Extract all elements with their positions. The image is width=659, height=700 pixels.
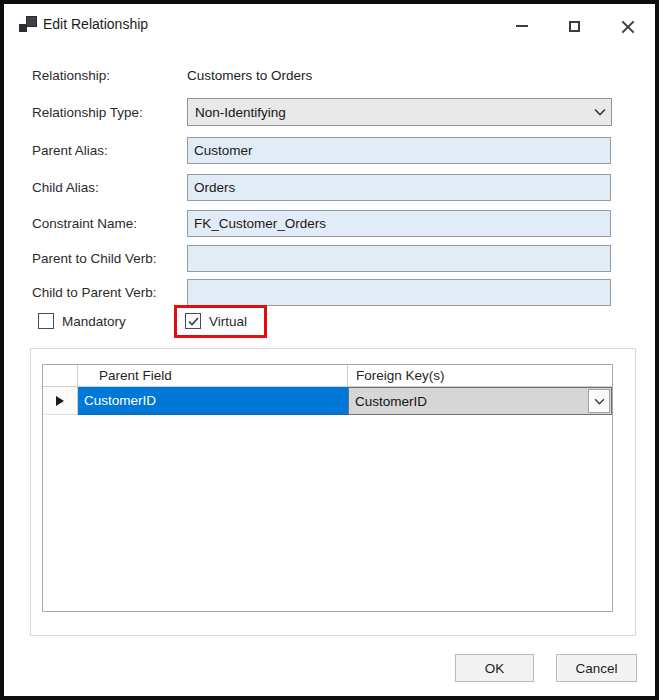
relationship-value: Customers to Orders <box>187 68 312 83</box>
child-alias-label: Child Alias: <box>32 180 99 195</box>
check-icon <box>188 317 199 326</box>
mandatory-checkbox-label: Mandatory <box>62 314 126 329</box>
relationship-label: Relationship: <box>32 68 110 83</box>
row-header-cell[interactable] <box>43 387 78 415</box>
field-mapping-grid: Parent Field Foreign Key(s) CustomerID C… <box>42 364 613 612</box>
window-title: Edit Relationship <box>43 16 148 32</box>
row-selector-arrow-icon <box>56 396 64 406</box>
parent-to-child-verb-input[interactable] <box>187 245 611 272</box>
parent-to-child-verb-label: Parent to Child Verb: <box>32 251 157 266</box>
foreign-key-cell: CustomerID <box>348 387 612 415</box>
mandatory-checkbox[interactable]: Mandatory <box>38 313 126 329</box>
grid-header-foreign-keys[interactable]: Foreign Key(s) <box>348 365 612 387</box>
grid-header-parent-field[interactable]: Parent Field <box>78 365 348 387</box>
mandatory-checkbox-box[interactable] <box>38 313 54 329</box>
foreign-key-dropdown-button[interactable] <box>588 389 610 413</box>
maximize-button[interactable] <box>553 12 595 40</box>
child-to-parent-verb-label: Child to Parent Verb: <box>32 285 157 300</box>
edit-relationship-dialog: Edit Relationship Relationship: Customer… <box>0 0 659 700</box>
close-icon <box>621 20 634 33</box>
parent-alias-label: Parent Alias: <box>32 143 108 158</box>
cancel-button[interactable]: Cancel <box>556 654 637 682</box>
titlebar: Edit Relationship <box>4 4 655 46</box>
close-button[interactable] <box>606 12 648 40</box>
table-row: CustomerID CustomerID <box>43 387 612 415</box>
constraint-name-input[interactable] <box>187 210 611 237</box>
relationship-type-selected-value: Non-Identifying <box>195 105 589 120</box>
relationship-type-label: Relationship Type: <box>32 105 143 120</box>
child-to-parent-verb-input[interactable] <box>187 279 611 306</box>
virtual-checkbox[interactable]: Virtual <box>185 313 247 329</box>
grid-corner-header-cell[interactable] <box>43 365 78 387</box>
chevron-down-icon <box>594 398 605 405</box>
child-alias-input[interactable] <box>187 174 611 201</box>
parent-field-cell[interactable]: CustomerID <box>78 387 348 415</box>
virtual-checkbox-box[interactable] <box>185 313 201 329</box>
relationship-type-dropdown[interactable]: Non-Identifying <box>187 98 612 126</box>
grid-header-row: Parent Field Foreign Key(s) <box>43 365 612 387</box>
maximize-icon <box>569 21 580 32</box>
constraint-name-label: Constraint Name: <box>32 216 137 231</box>
minimize-button[interactable] <box>501 12 543 40</box>
foreign-key-selected-value: CustomerID <box>349 394 587 409</box>
parent-alias-input[interactable] <box>187 137 611 164</box>
virtual-checkbox-label: Virtual <box>209 314 247 329</box>
field-mapping-panel: Parent Field Foreign Key(s) CustomerID C… <box>30 348 636 636</box>
minimize-icon <box>516 25 528 27</box>
foreign-key-dropdown[interactable]: CustomerID <box>348 387 612 415</box>
app-window-icon <box>19 16 37 34</box>
ok-button[interactable]: OK <box>455 654 534 682</box>
chevron-down-icon <box>589 108 611 116</box>
